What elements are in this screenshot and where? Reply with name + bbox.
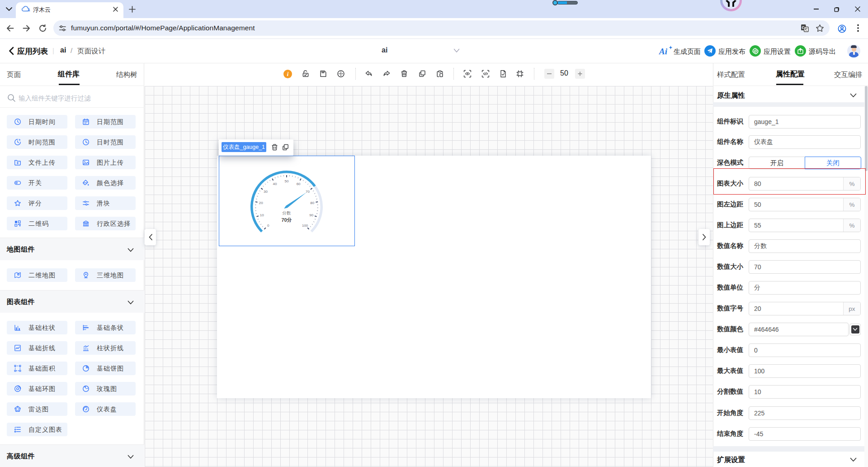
- svg-text:70分: 70分: [281, 217, 292, 223]
- svg-text:40: 40: [273, 182, 277, 186]
- svg-text:0: 0: [267, 224, 269, 228]
- svg-text:50: 50: [285, 179, 289, 183]
- svg-text:20: 20: [259, 201, 263, 205]
- svg-text:60: 60: [297, 182, 301, 186]
- svg-text:10: 10: [260, 213, 264, 217]
- svg-text:80: 80: [310, 201, 314, 205]
- svg-text:90: 90: [309, 213, 313, 217]
- svg-text:分数: 分数: [282, 210, 292, 215]
- svg-text:100: 100: [302, 224, 308, 228]
- svg-text:30: 30: [264, 190, 268, 194]
- svg-text:Ai: Ai: [659, 47, 668, 56]
- svg-text:70: 70: [306, 190, 310, 194]
